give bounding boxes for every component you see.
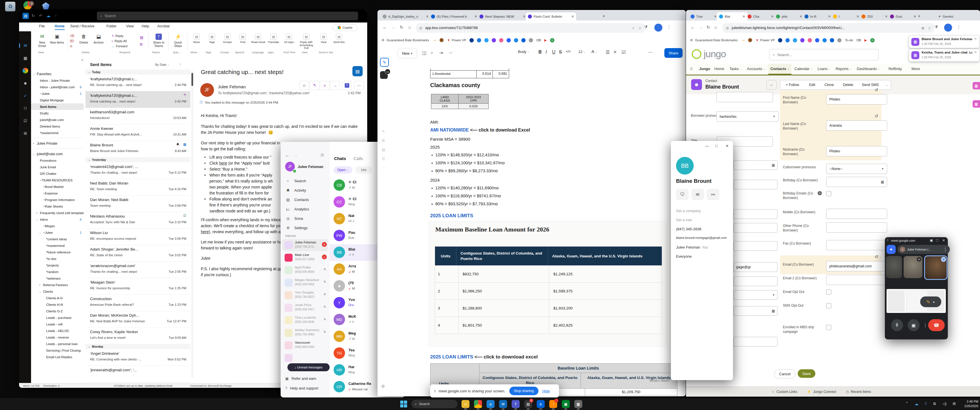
folder-julee[interactable]: ~Julee1: [31, 90, 84, 97]
profile-avatar[interactable]: [944, 24, 952, 32]
bookmark-icon[interactable]: [469, 38, 474, 43]
bookmark-icon[interactable]: [822, 38, 827, 43]
record-action-send-sms[interactable]: Send SMS: [858, 80, 883, 90]
sort-by-date[interactable]: By Date⌄: [155, 63, 170, 66]
collapsed-toast-icon[interactable]: ▦: [973, 82, 980, 89]
nav-forward-icon[interactable]: →: [293, 153, 298, 157]
bookmark-icon[interactable]: [830, 38, 834, 43]
mic-button[interactable]: 🎙︎: [891, 319, 903, 331]
nav-back-icon[interactable]: ←: [285, 153, 290, 157]
rail-tool-icon[interactable]: ✎: [382, 129, 385, 133]
settings-gear-icon[interactable]: ⚙: [381, 384, 385, 389]
inbox-item[interactable]: [282, 352, 328, 364]
refer-and-earn[interactable]: ▣Refer and earn: [285, 377, 316, 381]
taskbar-teams-icon[interactable]: T: [512, 400, 520, 408]
folder-leads-heloc[interactable]: Leads - HELOC: [31, 327, 84, 334]
checkbox-enrolled-in-mbs-drip-campaign[interactable]: [826, 325, 831, 330]
bookmark-icon[interactable]: [778, 38, 782, 43]
menu-dots-icon[interactable]: ⋮: [957, 24, 961, 29]
folder-webinars[interactable]: *webinars: [31, 275, 84, 281]
inbox-megan-nickelson[interactable]: Megan Nickelson(503) 334-0552🔕︎: [282, 277, 328, 289]
start-button[interactable]: [400, 400, 407, 408]
nav-reffinity[interactable]: Reffinity: [883, 64, 908, 74]
popup-link-button[interactable]: ⚯: [707, 189, 719, 200]
folder-rate-sheets[interactable]: ~Rate Sheets: [31, 203, 84, 210]
menu-tab-file[interactable]: File: [39, 24, 45, 29]
nav-calendar[interactable]: Calendar⌄: [792, 64, 815, 74]
rail-tool-icon[interactable]: ☰: [382, 157, 385, 161]
rail-tool-icon[interactable]: ▤: [382, 148, 385, 152]
quick-actions-button[interactable]: ▤: [352, 66, 363, 76]
folder-content-ideas[interactable]: *content ideas: [31, 236, 84, 242]
browser-tab-next-stepses-new[interactable]: Next Stepses: NEW✕: [477, 12, 528, 21]
mail-item-angel-drinkwine[interactable]: 'Angel Drinkwine'RE: Connecting with new…: [86, 349, 190, 366]
pill-menu-icon[interactable]: ⋮: [943, 247, 948, 252]
mail-item-wilson-liu[interactable]: Wilson LiuRE: encompass access reqeustTu…: [86, 228, 190, 245]
folder-servicing-post-closing[interactable]: Servicing | Post Closing: [31, 347, 84, 354]
bookmark-icon[interactable]: [793, 38, 797, 43]
reload-icon[interactable]: ↻: [400, 25, 403, 30]
folder-juleef-rate-com[interactable]: juleef@rate.com: [31, 116, 84, 123]
reply-all-icon[interactable]: «: [320, 81, 329, 90]
taskbar-chrome-icon[interactable]: [474, 400, 482, 408]
group-yesterday[interactable]: ⌄Yesterday: [86, 157, 190, 162]
reload-icon[interactable]: ↻: [706, 25, 710, 30]
left-field[interactable]: [733, 241, 778, 251]
ribbon-new-email[interactable]: ✉New Email: [35, 33, 49, 48]
browser-tab-guic[interactable]: Guic✕: [888, 12, 918, 21]
field-email-co-borrower[interactable]: phidesaraneta@gmail.com: [826, 261, 887, 271]
mail-item-arrakrisrazon-gmail-com[interactable]: 'arrakrisrazon@gmail.com'Thanks for chat…: [86, 261, 190, 278]
ribbon-forward[interactable]: →Forward: [111, 44, 127, 48]
clock[interactable]: 2:48 PM2/25/2026: [962, 399, 978, 408]
taskbar-box-icon[interactable]: b: [537, 400, 545, 408]
ribbon-send-this[interactable]: ▤Send this: [332, 33, 346, 49]
mail-item-construction[interactable]: ConstructionAmerican Pride Bank referral…: [86, 294, 190, 311]
bookmark-star-icon[interactable]: ☆: [638, 26, 641, 30]
taskbar-search[interactable]: ⌕Search: [411, 400, 458, 408]
record-action-edit[interactable]: Edit: [804, 80, 821, 90]
bookmark-icon[interactable]: [499, 38, 503, 43]
inbox-jorah-price[interactable]: Jorah Price(503) 433-3417🔕︎: [282, 302, 328, 314]
folder-drafts[interactable]: Drafts: [31, 110, 84, 116]
sender-name[interactable]: Julee Felsman: [218, 84, 246, 89]
filter-unread-pill[interactable]: Unr: [355, 166, 372, 174]
folder-julee[interactable]: ⌄~Julee1: [31, 229, 84, 236]
folder-leads-purchase[interactable]: Leads - purchase: [31, 314, 84, 321]
ribbon-move[interactable]: ▤Move: [189, 33, 204, 49]
left-field[interactable]: [733, 209, 778, 219]
menu-dots-icon[interactable]: ⋮: [667, 24, 671, 29]
extensions-icon[interactable]: ⧩: [934, 25, 938, 30]
note-loan-limits-heading[interactable]: 2025 LOAN LIMITS: [430, 213, 473, 219]
popup-message-button[interactable]: 🗨︎: [676, 189, 689, 200]
record-action-clone[interactable]: Clone: [820, 80, 838, 90]
browser-tab-in-r[interactable]: In-R✕: [802, 12, 833, 21]
bookmark-icon[interactable]: [492, 38, 496, 43]
browser-tab-cha[interactable]: Cha✕: [745, 12, 776, 21]
taskbar-edge-icon[interactable]: e: [487, 400, 495, 408]
mail-item-jinneerathi-gmail-com[interactable]: 'jinneerathi@gmail.com'; '...: [86, 366, 190, 382]
popup-row-blaine-brount-mortgage-gmail-com[interactable]: blaine.brount+mortgage@gmail.com: [676, 236, 730, 240]
apply-link[interactable]: here: [219, 161, 227, 165]
checkbox-birthday-emails-co-borrower[interactable]: [826, 191, 831, 196]
apps-module-icon[interactable]: ⊞: [22, 130, 28, 136]
left-field-empty[interactable]: [716, 92, 773, 102]
record-action-follow[interactable]: + Follow: [780, 80, 805, 90]
folder-expense[interactable]: ~Expense: [31, 190, 84, 197]
checkbox-sms-opt-out[interactable]: [826, 303, 831, 308]
mail-item-dan-moran-ned-babb[interactable]: Dan Moran; Ned BabbTeam meetingTue 3:58 …: [86, 195, 190, 212]
box-url-bar[interactable]: ⊙ app.box.com/notes/71175488786 ⌕ ☆: [416, 23, 645, 33]
field-email-2-co-borrower[interactable]: [826, 275, 887, 285]
filter-icon[interactable]: ↑: [180, 62, 181, 66]
teams-share-icon[interactable]: T: [342, 81, 352, 90]
more-options-icon[interactable]: ⋮: [923, 323, 928, 328]
popup-email-button[interactable]: ✉: [691, 189, 704, 200]
rail-tool-icon[interactable]: ⊞: [382, 138, 385, 143]
forward-icon[interactable]: →: [698, 25, 703, 30]
ribbon-share-to-teams[interactable]: TShare to Teams: [151, 33, 167, 48]
nav-home[interactable]: Home: [712, 64, 727, 74]
menu-tab-send-receive[interactable]: Send / Receive: [70, 24, 95, 29]
filter-open-pill[interactable]: Open⌄: [334, 166, 352, 174]
browser-tab-4-digisign-bailey-o[interactable]: 4_DigiSign_bailey_o✕: [380, 12, 431, 21]
record-more-actions[interactable]: ⌄: [882, 80, 891, 90]
utility-custom-links[interactable]: ☆Custom Links: [772, 390, 797, 394]
